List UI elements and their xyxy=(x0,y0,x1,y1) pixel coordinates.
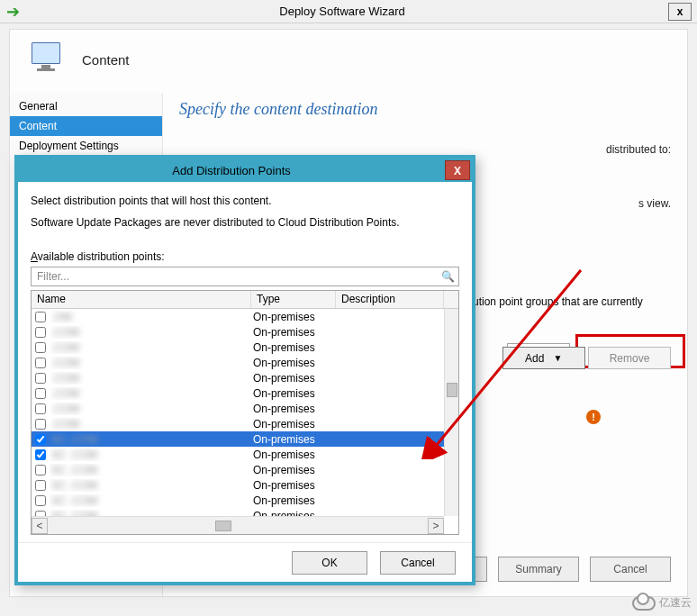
row-name: .COM xyxy=(51,326,79,339)
dialog-titlebar: Add Distribution Points X xyxy=(18,159,472,182)
window-title: Deploy Software Wizard xyxy=(22,5,663,18)
table-row[interactable]: .COMOn-premises xyxy=(32,324,458,340)
column-type[interactable]: Type xyxy=(251,291,336,308)
row-name: SC .COM xyxy=(51,433,97,446)
row-checkbox[interactable] xyxy=(35,434,46,445)
table-row[interactable]: .COMOn-premises xyxy=(32,416,458,431)
chevron-down-icon: ▼ xyxy=(553,353,562,363)
row-type: On-premises xyxy=(251,387,336,400)
wizard-header: Content xyxy=(9,29,688,93)
table-row[interactable]: SC .COMOn-premises xyxy=(32,508,458,516)
distribution-points-table: Name Type Description .OMOn-premises .CO… xyxy=(31,290,459,535)
wizard-step-title: Content xyxy=(82,52,130,68)
warning-icon: ! xyxy=(586,410,601,424)
row-type: On-premises xyxy=(251,357,336,369)
table-row[interactable]: .COMOn-premises xyxy=(32,385,458,401)
remove-button-label: Remove xyxy=(610,352,650,365)
row-name: .OM xyxy=(51,311,72,323)
row-type: On-premises xyxy=(251,464,336,476)
dialog-instruction-1: Select distribution points that will hos… xyxy=(31,195,459,207)
row-checkbox[interactable] xyxy=(35,480,46,491)
dialog-cancel-button[interactable]: Cancel xyxy=(380,551,456,575)
table-row[interactable]: SC .COMOn-premises xyxy=(32,493,458,508)
watermark-text: 亿速云 xyxy=(659,595,692,611)
row-name: SC .COM xyxy=(51,448,97,461)
row-type: On-premises xyxy=(251,372,336,385)
vertical-scroll-thumb[interactable] xyxy=(447,383,457,397)
scroll-left-button[interactable]: < xyxy=(32,518,48,534)
row-checkbox[interactable] xyxy=(35,327,46,338)
row-type: On-premises xyxy=(251,479,336,492)
back-arrow-icon[interactable]: ➔ xyxy=(0,1,22,23)
row-checkbox[interactable] xyxy=(35,495,46,506)
vertical-scrollbar[interactable] xyxy=(444,309,458,516)
row-name: SC .COM xyxy=(51,479,97,492)
row-checkbox[interactable] xyxy=(35,373,46,384)
sidebar-item-deployment-settings[interactable]: Deployment Settings xyxy=(10,136,162,156)
row-name: .COM xyxy=(51,341,79,354)
row-checkbox[interactable] xyxy=(35,465,46,476)
window-titlebar: ➔ Deploy Software Wizard x xyxy=(0,0,697,23)
table-row[interactable]: .COMOn-premises xyxy=(32,370,458,385)
filter-placeholder: Filter... xyxy=(37,270,69,283)
row-type: On-premises xyxy=(251,311,336,323)
row-type: On-premises xyxy=(251,494,336,507)
column-scroll-spacer xyxy=(444,291,458,308)
table-header: Name Type Description xyxy=(32,291,458,309)
add-button-label: Add xyxy=(525,352,544,365)
row-type: On-premises xyxy=(251,418,336,430)
horizontal-scroll-thumb[interactable] xyxy=(215,521,231,531)
watermark: 亿速云 xyxy=(632,595,692,611)
cancel-button[interactable]: Cancel xyxy=(590,557,671,582)
row-checkbox[interactable] xyxy=(35,419,46,430)
scroll-right-button[interactable]: > xyxy=(428,518,444,534)
dialog-instruction-2: Software Update Packages are never distr… xyxy=(31,216,459,229)
available-points-label: Available distribution points: xyxy=(31,250,459,263)
row-type: On-premises xyxy=(251,448,336,461)
column-description[interactable]: Description xyxy=(336,291,444,308)
window-close-button[interactable]: x xyxy=(668,3,692,21)
table-row[interactable]: .COMOn-premises xyxy=(32,340,458,355)
row-type: On-premises xyxy=(251,510,336,517)
row-checkbox[interactable] xyxy=(35,358,46,368)
table-row[interactable]: SC .COMOn-premises xyxy=(32,447,458,462)
table-row[interactable]: .COMOn-premises xyxy=(32,401,458,416)
column-name[interactable]: Name xyxy=(32,291,251,308)
row-checkbox[interactable] xyxy=(35,342,46,353)
add-button[interactable]: Add ▼ xyxy=(502,347,585,369)
remove-button: Remove xyxy=(588,347,671,369)
table-row[interactable]: .OMOn-premises xyxy=(32,309,458,324)
dialog-footer: OK Cancel xyxy=(18,542,472,582)
row-name: .COM xyxy=(51,387,79,400)
table-row[interactable]: SC .COMOn-premises xyxy=(32,462,458,477)
row-type: On-premises xyxy=(251,326,336,339)
sidebar-item-general[interactable]: General xyxy=(10,96,162,116)
row-checkbox[interactable] xyxy=(35,312,46,322)
dialog-close-button[interactable]: X xyxy=(445,160,470,180)
row-name: .COM xyxy=(51,372,79,385)
cloud-icon xyxy=(632,596,656,611)
row-name: .COM xyxy=(51,357,79,369)
table-row[interactable]: SC .COMOn-premises xyxy=(32,477,458,493)
horizontal-scrollbar[interactable]: < > xyxy=(32,516,444,534)
row-checkbox[interactable] xyxy=(35,449,46,460)
dialog-filter-input[interactable]: Filter... 🔍 xyxy=(31,267,459,286)
row-type: On-premises xyxy=(251,433,336,446)
table-row[interactable]: .COMOn-premises xyxy=(32,355,458,370)
summary-button[interactable]: Summary xyxy=(498,557,579,582)
view-hint-text: s view. xyxy=(638,197,671,210)
add-distribution-points-dialog: Add Distribution Points X Select distrib… xyxy=(14,155,475,585)
sidebar-item-content[interactable]: Content xyxy=(10,116,162,136)
row-name: .COM xyxy=(51,418,79,430)
dialog-ok-button[interactable]: OK xyxy=(292,551,367,575)
row-type: On-premises xyxy=(251,403,336,415)
row-name: SC .COM xyxy=(51,464,97,476)
row-type: On-premises xyxy=(251,341,336,354)
row-name: .COM xyxy=(51,403,79,415)
table-row[interactable]: SC .COMOn-premises xyxy=(32,431,458,447)
row-checkbox[interactable] xyxy=(35,403,46,414)
magnifier-icon: 🔍 xyxy=(441,270,455,283)
distribution-groups-text: ution point groups that are currently xyxy=(473,295,671,308)
row-checkbox[interactable] xyxy=(35,388,46,399)
table-body: .OMOn-premises .COMOn-premises .COMOn-pr… xyxy=(32,309,458,516)
